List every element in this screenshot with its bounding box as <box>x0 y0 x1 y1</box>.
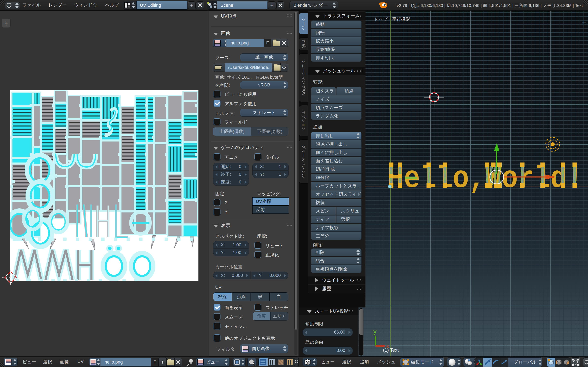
svg-text:y: y <box>373 328 376 335</box>
